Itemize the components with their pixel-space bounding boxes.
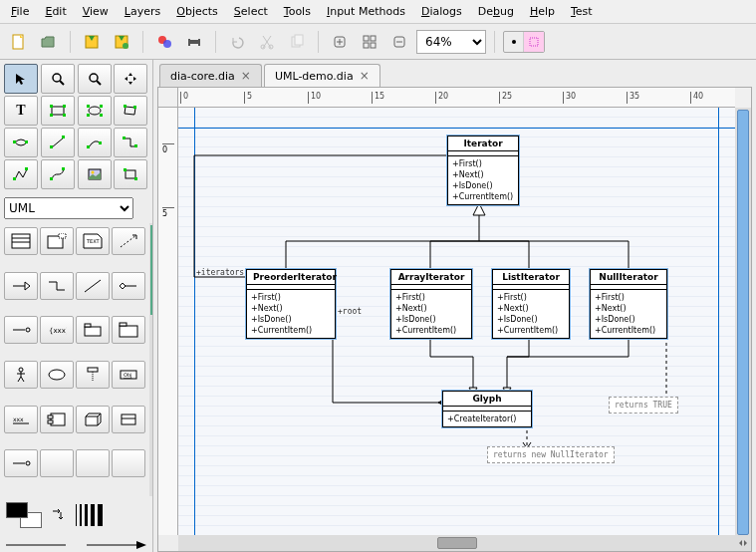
svg-point-89 bbox=[26, 461, 30, 465]
uml-realizes-shape[interactable] bbox=[4, 272, 38, 300]
bezier-tool[interactable] bbox=[41, 159, 75, 189]
menu-view[interactable]: View bbox=[76, 2, 116, 21]
box-tool[interactable] bbox=[41, 96, 75, 126]
uml-object-shape[interactable]: Obj bbox=[112, 361, 145, 389]
menu-layers[interactable]: Layers bbox=[118, 2, 167, 21]
menu-edit[interactable]: Edit bbox=[38, 2, 73, 21]
nav-corner[interactable] bbox=[735, 535, 751, 551]
uml-classicon-shape[interactable] bbox=[112, 406, 145, 433]
menu-help[interactable]: Help bbox=[523, 2, 562, 21]
svg-line-75 bbox=[21, 377, 24, 382]
menu-dialogs[interactable]: Dialogs bbox=[414, 2, 469, 21]
zoom-tool[interactable] bbox=[41, 64, 75, 94]
uml-state-shape[interactable] bbox=[4, 449, 38, 477]
uml-actor-shape[interactable] bbox=[4, 361, 38, 389]
save-as-button[interactable] bbox=[109, 29, 134, 55]
polygon-tool[interactable] bbox=[114, 96, 147, 126]
svg-point-71 bbox=[19, 368, 23, 372]
image-tool[interactable] bbox=[78, 159, 112, 189]
undo-button[interactable] bbox=[224, 29, 250, 55]
line-tool[interactable] bbox=[41, 128, 75, 157]
svg-point-3 bbox=[123, 43, 128, 49]
scroll-tool[interactable] bbox=[114, 64, 147, 94]
uml-class-null[interactable]: NullIterator +First() +Next() +IsDone() … bbox=[590, 269, 667, 339]
close-tab-icon[interactable]: × bbox=[360, 69, 370, 83]
zoom-select[interactable]: 64% bbox=[416, 30, 486, 54]
close-tab-icon[interactable]: × bbox=[241, 69, 251, 83]
line-start-style[interactable] bbox=[6, 540, 66, 550]
uml-smallpackage-shape[interactable] bbox=[76, 316, 110, 344]
uml-usecase-shape[interactable] bbox=[40, 361, 74, 389]
uml-class-glyph[interactable]: Glyph +CreateIterator() bbox=[442, 391, 532, 427]
zoom-in-button[interactable] bbox=[327, 29, 353, 55]
uml-class-shape[interactable] bbox=[4, 227, 38, 255]
outline-tool[interactable] bbox=[114, 159, 147, 189]
sheet-selector[interactable]: UML bbox=[4, 197, 148, 219]
export-button[interactable] bbox=[151, 29, 177, 55]
pointer-tool[interactable] bbox=[4, 64, 38, 94]
copy-button[interactable] bbox=[284, 29, 310, 55]
svg-line-22 bbox=[60, 81, 64, 85]
swap-colors-icon[interactable] bbox=[50, 508, 64, 522]
uml-note-returns-null[interactable]: returns new NullIterator bbox=[487, 446, 615, 463]
vertical-scrollbar[interactable] bbox=[735, 108, 751, 535]
uml-note-shape[interactable]: TEXT bbox=[76, 227, 110, 255]
new-file-button[interactable] bbox=[6, 29, 32, 55]
polyline-tool[interactable] bbox=[4, 159, 38, 189]
uml-class-preorder[interactable]: PreorderIterator +First() +Next() +IsDon… bbox=[246, 269, 336, 339]
svg-point-21 bbox=[53, 74, 61, 82]
uml-class-array[interactable]: ArrayIterator +First() +Next() +IsDone()… bbox=[390, 269, 472, 339]
uml-more1-shape[interactable] bbox=[40, 449, 74, 477]
uml-generalization-shape[interactable] bbox=[40, 272, 74, 300]
uml-more3-shape[interactable] bbox=[112, 449, 145, 477]
uml-implements-shape[interactable] bbox=[4, 316, 38, 344]
text-tool[interactable]: T bbox=[4, 96, 38, 126]
uml-more2-shape[interactable] bbox=[76, 449, 110, 477]
svg-line-39 bbox=[52, 138, 64, 147]
line-end-style[interactable] bbox=[87, 540, 146, 550]
uml-aggregation-shape[interactable] bbox=[112, 272, 145, 300]
uml-template-shape[interactable] bbox=[40, 227, 74, 255]
uml-message-shape[interactable]: xxx bbox=[4, 406, 38, 433]
uml-association-shape[interactable] bbox=[76, 272, 110, 300]
uml-largepackage-shape[interactable] bbox=[112, 316, 145, 344]
linewidth-selector[interactable] bbox=[72, 504, 107, 526]
uml-note-returns-true[interactable]: returns TRUE bbox=[609, 397, 678, 414]
zigzag-tool[interactable] bbox=[114, 128, 147, 157]
uml-class-iterator[interactable]: Iterator +First() +Next() +IsDone() +Cur… bbox=[447, 136, 519, 205]
beziergon-tool[interactable] bbox=[4, 128, 38, 157]
svg-rect-36 bbox=[133, 106, 136, 109]
menu-test[interactable]: Test bbox=[564, 2, 600, 21]
open-file-button[interactable] bbox=[36, 29, 62, 55]
uml-component-shape[interactable] bbox=[40, 406, 74, 433]
zoom-fit-button[interactable] bbox=[357, 29, 382, 55]
snap-grid-toggle[interactable] bbox=[503, 31, 545, 53]
menu-debug[interactable]: Debug bbox=[471, 2, 521, 21]
ellipse-tool[interactable] bbox=[78, 96, 112, 126]
save-button[interactable] bbox=[79, 29, 105, 55]
svg-rect-35 bbox=[124, 105, 126, 108]
svg-rect-77 bbox=[88, 368, 98, 372]
menu-input-methods[interactable]: Input Methods bbox=[320, 2, 412, 21]
uml-constraint-shape[interactable]: {xxx} bbox=[40, 316, 74, 344]
menu-tools[interactable]: Tools bbox=[277, 2, 318, 21]
menu-file[interactable]: File bbox=[4, 2, 36, 21]
uml-lifeline-shape[interactable] bbox=[76, 361, 110, 389]
uml-dependency-shape[interactable] bbox=[112, 227, 145, 255]
tab-dia-core[interactable]: dia-core.dia× bbox=[159, 64, 262, 87]
magnify-tool[interactable] bbox=[78, 64, 112, 94]
print-button[interactable] bbox=[181, 29, 207, 55]
uml-class-list[interactable]: ListIterator +First() +Next() +IsDone() … bbox=[492, 269, 570, 339]
menu-select[interactable]: Select bbox=[227, 2, 275, 21]
cut-button[interactable] bbox=[254, 29, 280, 55]
arc-tool[interactable] bbox=[78, 128, 112, 157]
zoom-out-button[interactable] bbox=[386, 29, 412, 55]
color-swatch[interactable] bbox=[6, 502, 42, 528]
toolbox-scrollbar[interactable] bbox=[149, 223, 152, 496]
uml-node-shape[interactable] bbox=[76, 406, 110, 433]
tab-uml-demo[interactable]: UML-demo.dia× bbox=[264, 64, 380, 87]
menu-objects[interactable]: Objects bbox=[169, 2, 225, 21]
svg-rect-32 bbox=[100, 105, 103, 108]
diagram-canvas[interactable]: +iterators +root Iterator +First() +Next… bbox=[178, 108, 735, 535]
horizontal-scrollbar[interactable] bbox=[178, 535, 735, 551]
